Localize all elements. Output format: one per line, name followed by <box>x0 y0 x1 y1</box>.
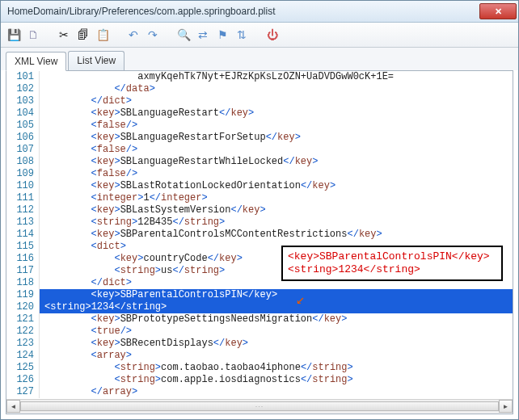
scroll-right-button[interactable]: ► <box>499 400 513 413</box>
line-number: 103 <box>6 95 40 107</box>
code-line[interactable]: 125 <string>com.taobao.taobao4iphone</st… <box>6 362 513 374</box>
line-number: 113 <box>6 216 40 229</box>
line-content: </data> <box>40 83 513 95</box>
line-content: <false/> <box>40 120 513 132</box>
line-number: 106 <box>6 132 40 144</box>
code-line[interactable]: 122 <true/> <box>6 326 513 338</box>
code-line[interactable]: 103 </dict> <box>6 95 513 107</box>
line-number: 101 <box>6 71 40 83</box>
line-content: <string>com.taobao.taobao4iphone</string… <box>40 362 513 374</box>
line-number: 102 <box>6 83 40 95</box>
code-line[interactable]: 113 <string>12B435</string> <box>6 216 513 229</box>
line-content: <false/> <box>40 144 513 156</box>
new-icon[interactable]: 🗋 <box>27 28 40 41</box>
titlebar: HomeDomain/Library/Preferences/com.apple… <box>1 1 518 23</box>
line-content: <string>com.apple.iosdiagnostics</string… <box>40 374 513 386</box>
line-number: 116 <box>6 253 40 265</box>
line-number: 118 <box>6 277 40 289</box>
code-line[interactable]: 110 <key>SBLastRotationLockedOrientation… <box>6 180 513 192</box>
line-content: <key>SBPrototypeSettingsNeedsMigration</… <box>40 313 513 326</box>
code-line[interactable]: 112 <key>SBLastSystemVersion</key> <box>6 204 513 216</box>
code-line[interactable]: 105 <false/> <box>6 120 513 132</box>
horizontal-scrollbar[interactable]: ◄ ··· ► <box>6 399 513 414</box>
code-line[interactable]: 124 <array> <box>6 350 513 362</box>
line-content: <false/> <box>40 168 513 180</box>
redo-icon[interactable]: ↷ <box>146 28 159 41</box>
code-line[interactable]: 121 <key>SBPrototypeSettingsNeedsMigrati… <box>6 313 513 326</box>
line-content: <key>SBRecentDisplays</key> <box>40 338 513 350</box>
line-content: <integer>1</integer> <box>40 192 513 204</box>
line-content: <string>1234</string> <box>40 301 513 313</box>
line-content: <key>SBParentalControlsPIN</key> <box>40 289 513 301</box>
tabs-area: XML View List View <box>1 48 518 70</box>
code-line[interactable]: 106 <key>SBLanguageRestartForSetup</key> <box>6 132 513 144</box>
code-line[interactable]: 108 <key>SBLanguageRestartWhileLocked</k… <box>6 156 513 168</box>
undo-icon[interactable]: ↶ <box>127 28 140 41</box>
stop-icon[interactable]: ⏻ <box>266 28 279 41</box>
line-content: <key>SBLastRotationLockedOrientation</ke… <box>40 180 513 192</box>
paste-icon[interactable]: 📋 <box>96 28 109 41</box>
line-number: 115 <box>6 241 40 253</box>
code-editor[interactable]: <key>SBParentalControlsPIN</key> <string… <box>6 71 513 399</box>
line-content: <array> <box>40 350 513 362</box>
app-window: HomeDomain/Library/Preferences/com.apple… <box>0 0 519 420</box>
line-number: 125 <box>6 362 40 374</box>
line-number: 121 <box>6 313 40 326</box>
code-line[interactable]: 101 axmyKqehTk7Nyt+EJRzKpKsLzOZN+UaDVDGw… <box>6 71 513 83</box>
arrow-annotation: ↙ <box>296 294 305 306</box>
tab-xml-view[interactable]: XML View <box>6 52 66 71</box>
window-title: HomeDomain/Library/Preferences/com.apple… <box>7 6 479 17</box>
line-number: 104 <box>6 107 40 120</box>
bookmark-icon[interactable]: ⚑ <box>216 28 229 41</box>
line-content: axmyKqehTk7Nyt+EJRzKpKsLzOZN+UaDVDGwW0cK… <box>40 71 513 83</box>
code-line[interactable]: 111 <integer>1</integer> <box>6 192 513 204</box>
sort-icon[interactable]: ⇅ <box>235 28 248 41</box>
code-line[interactable]: 107 <false/> <box>6 144 513 156</box>
callout-box: <key>SBParentalControlsPIN</key> <string… <box>281 246 503 281</box>
code-line[interactable]: 120<string>1234</string> <box>6 301 513 313</box>
cut-icon[interactable]: ✂ <box>57 28 70 41</box>
line-number: 127 <box>6 386 40 398</box>
code-line[interactable]: 127 </array> <box>6 386 513 398</box>
code-line[interactable]: 126 <string>com.apple.iosdiagnostics</st… <box>6 374 513 386</box>
line-number: 124 <box>6 350 40 362</box>
code-line[interactable]: 102 </data> <box>6 83 513 95</box>
save-icon[interactable]: 💾 <box>7 28 20 41</box>
line-content: <key>SBLanguageRestartWhileLocked</key> <box>40 156 513 168</box>
line-number: 109 <box>6 168 40 180</box>
find-icon[interactable]: 🔍 <box>177 28 190 41</box>
line-content: </array> <box>40 386 513 398</box>
line-content: <key>SBParentalControlsMCContentRestrict… <box>40 229 513 241</box>
code-line[interactable]: 123 <key>SBRecentDisplays</key> <box>6 338 513 350</box>
close-button[interactable]: ✕ <box>479 3 517 19</box>
line-content: <key>SBLanguageRestart</key> <box>40 107 513 120</box>
line-number: 123 <box>6 338 40 350</box>
line-content: </dict> <box>40 95 513 107</box>
line-number: 120 <box>6 301 40 313</box>
code-line[interactable]: 114 <key>SBParentalControlsMCContentRest… <box>6 229 513 241</box>
scroll-left-button[interactable]: ◄ <box>6 400 20 413</box>
line-number: 107 <box>6 144 40 156</box>
line-content: <string>12B435</string> <box>40 216 513 229</box>
close-icon: ✕ <box>495 6 502 17</box>
callout-line-1: <key>SBParentalControlsPIN</key> <box>288 250 496 263</box>
callout-line-2: <string>1234</string> <box>288 263 496 276</box>
line-number: 110 <box>6 180 40 192</box>
line-number: 117 <box>6 265 40 277</box>
line-content: <key>SBLastSystemVersion</key> <box>40 204 513 216</box>
line-content: <key>SBLanguageRestartForSetup</key> <box>40 132 513 144</box>
editor-container: <key>SBParentalControlsPIN</key> <string… <box>6 70 513 414</box>
scroll-thumb[interactable]: ··· <box>20 401 499 411</box>
line-number: 112 <box>6 204 40 216</box>
line-content: <true/> <box>40 326 513 338</box>
code-line[interactable]: 104 <key>SBLanguageRestart</key> <box>6 107 513 120</box>
line-number: 105 <box>6 120 40 132</box>
code-line[interactable]: 119 <key>SBParentalControlsPIN</key> <box>6 289 513 301</box>
replace-icon[interactable]: ⇄ <box>196 28 209 41</box>
line-number: 114 <box>6 229 40 241</box>
tab-list-view[interactable]: List View <box>68 51 124 70</box>
line-number: 119 <box>6 289 40 301</box>
copy-icon[interactable]: 🗐 <box>77 28 90 41</box>
code-line[interactable]: 109 <false/> <box>6 168 513 180</box>
line-number: 122 <box>6 326 40 338</box>
